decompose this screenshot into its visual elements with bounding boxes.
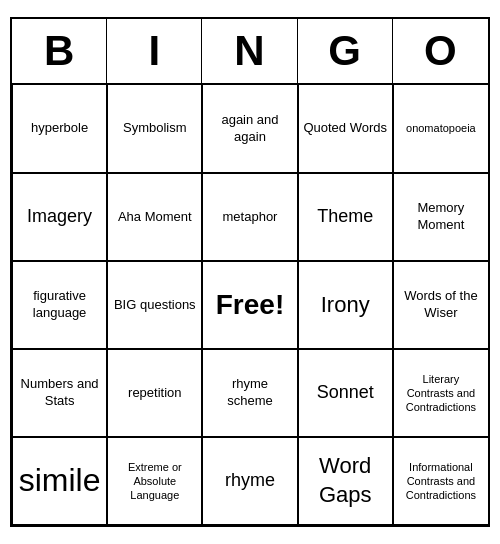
bingo-cell-6: Aha Moment [107, 173, 202, 261]
header-letter-i: I [107, 19, 202, 83]
bingo-cell-13: Irony [298, 261, 393, 349]
bingo-cell-24: Informational Contrasts and Contradictio… [393, 437, 488, 525]
bingo-cell-18: Sonnet [298, 349, 393, 437]
bingo-cell-21: Extreme or Absolute Language [107, 437, 202, 525]
bingo-cell-20: simile [12, 437, 107, 525]
bingo-cell-8: Theme [298, 173, 393, 261]
bingo-cell-14: Words of the Wiser [393, 261, 488, 349]
bingo-cell-4: onomatopoeia [393, 85, 488, 173]
bingo-cell-2: again and again [202, 85, 297, 173]
header-letter-g: G [298, 19, 393, 83]
header-letter-o: O [393, 19, 488, 83]
bingo-cell-16: repetition [107, 349, 202, 437]
header-letter-n: N [202, 19, 297, 83]
bingo-cell-9: Memory Moment [393, 173, 488, 261]
bingo-cell-10: figurative language [12, 261, 107, 349]
bingo-header: BINGO [12, 19, 488, 85]
header-letter-b: B [12, 19, 107, 83]
bingo-card: BINGO hyperboleSymbolismagain and againQ… [10, 17, 490, 527]
bingo-cell-17: rhyme scheme [202, 349, 297, 437]
bingo-cell-1: Symbolism [107, 85, 202, 173]
bingo-grid: hyperboleSymbolismagain and againQuoted … [12, 85, 488, 525]
bingo-cell-19: Literary Contrasts and Contradictions [393, 349, 488, 437]
bingo-cell-22: rhyme [202, 437, 297, 525]
bingo-cell-15: Numbers and Stats [12, 349, 107, 437]
bingo-cell-0: hyperbole [12, 85, 107, 173]
bingo-cell-7: metaphor [202, 173, 297, 261]
bingo-cell-12: Free! [202, 261, 297, 349]
bingo-cell-23: Word Gaps [298, 437, 393, 525]
bingo-cell-5: Imagery [12, 173, 107, 261]
bingo-cell-11: BIG questions [107, 261, 202, 349]
bingo-cell-3: Quoted Words [298, 85, 393, 173]
